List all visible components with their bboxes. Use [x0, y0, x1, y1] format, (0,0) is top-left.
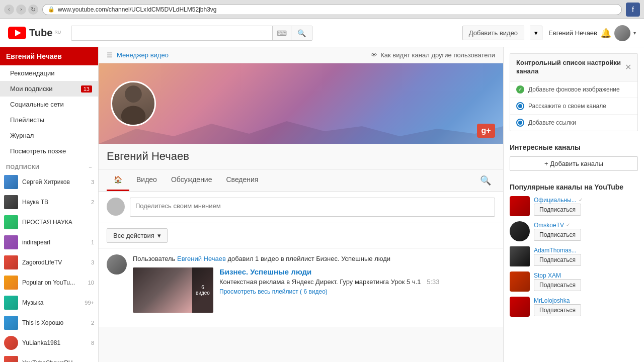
sidebar-item-journal[interactable]: Журнал [0, 128, 98, 143]
sub-item-7[interactable]: This is Хорошо 2 [0, 313, 98, 333]
search-input[interactable] [71, 26, 272, 40]
verify-icon: ✓ [579, 197, 583, 203]
playlist-title-link[interactable]: Бизнес. Успешные люди [219, 267, 495, 276]
tab-home[interactable]: 🏠 [107, 169, 129, 191]
add-video-dropdown[interactable]: ▾ [530, 26, 542, 40]
forward-button[interactable]: › [16, 5, 26, 15]
sub-avatar [4, 195, 18, 209]
collapse-icon[interactable]: – [89, 164, 92, 170]
user-dropdown-icon[interactable]: ▾ [633, 30, 636, 36]
youtube-label: YouTube [594, 183, 623, 191]
subscribe-button[interactable]: Подписаться [534, 229, 581, 241]
popular-channel-info: Stop XAM Подписаться [534, 272, 638, 291]
subscribe-button[interactable]: Подписаться [534, 279, 581, 291]
tab-discussion[interactable]: Обсуждение [164, 169, 219, 191]
sub-item-1[interactable]: Наука ТВ 2 [0, 192, 98, 212]
popular-avatar [510, 272, 530, 292]
keyboard-icon[interactable]: ⌨ [272, 26, 291, 40]
popular-channel-0: Официальны... ✓ Подписаться [510, 196, 638, 216]
sub-name: Наука ТВ [22, 199, 87, 206]
manager-bar-right[interactable]: 👁 Как видят канал другие пользователи [371, 51, 495, 59]
sub-name: This is Хорошо [22, 319, 87, 326]
checklist-close-button[interactable]: ✕ [625, 62, 631, 72]
sidebar-item-subscriptions[interactable]: Мои подписки 13 [0, 81, 98, 97]
sub-item-0[interactable]: Сергей Хитриков 3 [0, 172, 98, 192]
svg-point-4 [121, 106, 146, 125]
popular-channel-name[interactable]: MrLolojoshka [534, 297, 638, 304]
search-button[interactable]: 🔍 [291, 26, 312, 40]
popular-channel-info: OmskoeTV ✓ Подписаться [534, 222, 638, 241]
popular-channel-name[interactable]: AdamThomas... [534, 247, 638, 254]
comment-box [99, 192, 503, 223]
interesting-channels-section: Интересные каналы + Добавить каналы [504, 137, 644, 183]
sidebar-item-label: Рекомендации [10, 69, 55, 77]
sidebar-item-watch-later[interactable]: Посмотреть позже [0, 143, 98, 159]
sidebar-item-playlists[interactable]: Плейлисты [0, 112, 98, 128]
sub-avatar [4, 296, 18, 310]
channel-search-button[interactable]: 🔍 [476, 171, 495, 190]
tab-info[interactable]: Сведения [219, 169, 265, 191]
sub-item-2[interactable]: ПРОСТАЯ НАУКА [0, 212, 98, 232]
subscribe-button[interactable]: Подписаться [534, 254, 581, 266]
google-plus-icon[interactable]: g+ [477, 124, 495, 138]
view-playlist-link[interactable]: Просмотреть весь плейлист ( 6 видео) [219, 288, 328, 295]
sidebar-item-recommendations[interactable]: Рекомендации [0, 65, 98, 81]
subscribe-button[interactable]: Подписаться [534, 304, 581, 316]
checklist-item-label: Добавьте ссылки [528, 119, 576, 126]
youtube-logo[interactable]: Tube RU [8, 27, 61, 39]
video-manager-icon: ☰ [107, 51, 113, 59]
playlist-video-count-badge: 6 видео [192, 267, 213, 313]
popular-channel-name[interactable]: Stop XAM [534, 272, 638, 279]
popular-channel-4: MrLolojoshka Подписаться [510, 297, 638, 317]
add-video-button[interactable]: Добавить видео [462, 26, 524, 40]
topnav-right: Добавить видео ▾ Евгений Нечаев 🔔 ▾ [462, 25, 636, 41]
sidebar-item-social[interactable]: Социальные сети [0, 97, 98, 112]
add-channels-button[interactable]: + Добавить каналы [510, 156, 638, 171]
tab-video[interactable]: Видео [129, 169, 164, 191]
sidebar-item-label: Посмотреть позже [10, 147, 66, 155]
browser-ext-button[interactable]: f [626, 3, 640, 17]
manager-bar-left: ☰ Менеджер видео [107, 51, 169, 59]
playlist-thumbnail[interactable]: 6 видео [133, 267, 213, 313]
address-bar[interactable]: 🔒 www.youtube.com/channel/UCLxIdCM5DVLdH… [42, 4, 622, 15]
sub-item-6[interactable]: Музыка 99+ [0, 293, 98, 313]
name-text: OmskoeTV [534, 222, 564, 229]
sidebar-user-item[interactable]: Евгений Нечаев [0, 47, 98, 65]
all-actions-button[interactable]: Все действия ▾ [107, 228, 168, 243]
sub-item-3[interactable]: indirapearl 1 [0, 232, 98, 252]
sub-item-5[interactable]: Popular on YouTu... 10 [0, 273, 98, 293]
user-avatar[interactable] [614, 25, 630, 41]
playlist-desc-text: Контекстная реклама в Яндекс Директ. Гур… [219, 278, 421, 286]
refresh-button[interactable]: ↻ [28, 5, 38, 15]
channel-info: Евгений Нечаев [99, 144, 503, 169]
avatar-image [614, 25, 630, 41]
name-text: Официальны... [534, 197, 577, 204]
back-button[interactable]: ‹ [4, 5, 14, 15]
popular-channel-name[interactable]: Официальны... ✓ [534, 197, 638, 204]
notification-bell-icon[interactable]: 🔔 [600, 28, 611, 39]
check-pending-icon [516, 119, 524, 127]
popular-avatar [510, 221, 530, 241]
checklist-item-0: ✓ Добавьте фоновое изображение [510, 81, 637, 98]
sidebar: Евгений Нечаев Рекомендации Мои подписки… [0, 47, 99, 362]
name-text: Stop XAM [534, 272, 561, 279]
sub-count: 3 [91, 259, 94, 265]
comment-input[interactable] [130, 198, 495, 217]
sub-item-9[interactable]: YouTubeShowsRU [0, 353, 98, 362]
sub-count: 8 [91, 340, 94, 346]
popular-channel-info: MrLolojoshka Подписаться [534, 297, 638, 316]
check-done-icon: ✓ [516, 85, 524, 94]
manager-label[interactable]: Менеджер видео [117, 51, 169, 59]
feed-username-link[interactable]: Евгений Нечаев [177, 255, 226, 262]
badge-text: видео [196, 290, 210, 296]
youtube-app: Tube RU ⌨ 🔍 Добавить видео ▾ Евгений Неч… [0, 19, 644, 362]
channel-avatar [111, 81, 156, 126]
verify-icon: ✓ [566, 222, 570, 228]
sub-avatar [4, 316, 18, 330]
sub-item-4[interactable]: ZagorodLifeTV 3 [0, 252, 98, 273]
popular-channel-name[interactable]: OmskoeTV ✓ [534, 222, 638, 229]
subscribe-button[interactable]: Подписаться [534, 204, 581, 216]
top-navigation: Tube RU ⌨ 🔍 Добавить видео ▾ Евгений Неч… [0, 19, 644, 47]
sub-item-8[interactable]: YuLianka1981 8 [0, 333, 98, 353]
logo-icon [8, 27, 26, 39]
